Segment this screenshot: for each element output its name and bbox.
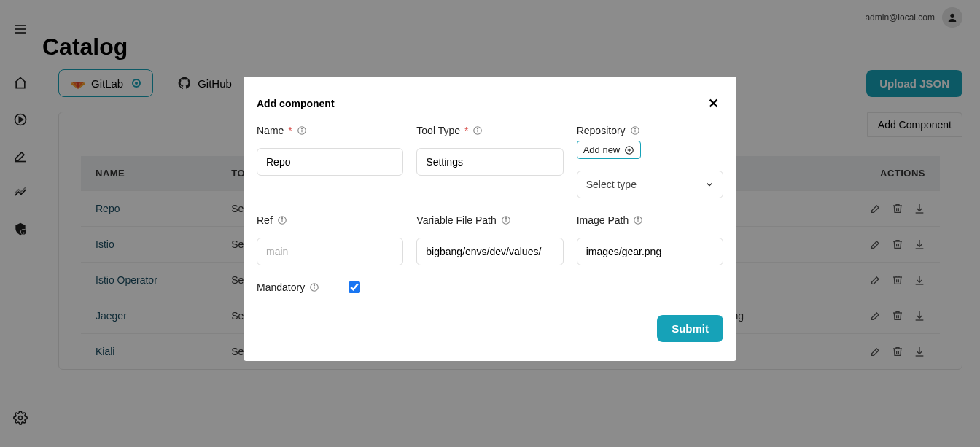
repository-select[interactable]: Select type	[577, 171, 723, 198]
svg-point-36	[638, 218, 639, 219]
field-tool-type: Tool Type*	[416, 125, 563, 198]
field-ref: Ref	[257, 214, 403, 265]
var-path-input[interactable]	[416, 238, 563, 265]
svg-point-18	[301, 128, 302, 129]
image-path-input[interactable]	[577, 238, 723, 265]
info-icon[interactable]	[633, 215, 643, 225]
tool-type-input[interactable]	[416, 148, 563, 176]
label-repository: Repository	[577, 125, 723, 136]
field-name: Name*	[257, 125, 403, 198]
info-icon[interactable]	[501, 215, 511, 225]
info-icon[interactable]	[277, 215, 287, 225]
mandatory-checkbox[interactable]	[349, 281, 360, 293]
label-name: Name*	[257, 125, 403, 136]
info-icon[interactable]	[297, 125, 307, 136]
field-mandatory: Mandatory	[257, 281, 723, 293]
field-var-path: Variable File Path	[416, 214, 563, 265]
plus-icon	[624, 145, 634, 155]
info-icon[interactable]	[309, 282, 319, 292]
svg-point-30	[281, 218, 282, 219]
add-new-button[interactable]: Add new	[577, 141, 642, 159]
label-ref: Ref	[257, 214, 403, 226]
label-tool-type: Tool Type*	[416, 125, 563, 136]
close-icon[interactable]: ✕	[704, 96, 723, 112]
label-var-path: Variable File Path	[416, 214, 563, 226]
svg-point-33	[505, 218, 506, 219]
name-input[interactable]	[257, 148, 403, 176]
label-mandatory: Mandatory	[257, 281, 319, 293]
add-component-modal: Add component ✕ Name* Tool Type*	[244, 77, 736, 361]
label-image-path: Image Path	[577, 214, 723, 226]
ref-input[interactable]	[257, 238, 403, 265]
svg-point-21	[478, 128, 478, 129]
info-icon[interactable]	[630, 125, 640, 136]
modal-overlay: Add component ✕ Name* Tool Type*	[0, 0, 980, 447]
svg-point-24	[634, 128, 635, 129]
submit-button[interactable]: Submit	[657, 315, 723, 342]
field-image-path: Image Path	[577, 214, 723, 265]
field-repository: Repository Add new Select type	[577, 125, 723, 198]
modal-title: Add component	[257, 98, 335, 109]
info-icon[interactable]	[472, 125, 483, 136]
svg-point-39	[314, 285, 315, 286]
